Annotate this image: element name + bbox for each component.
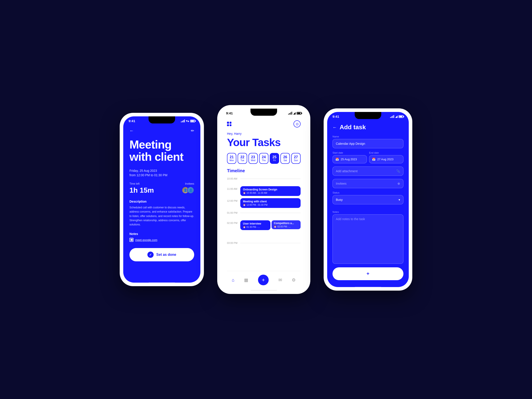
tasks-title: Your Tasks	[227, 136, 301, 149]
nav-calendar-icon[interactable]: ▦	[244, 277, 248, 283]
event-interview-title: User interview	[243, 222, 268, 225]
description-label: Description	[129, 200, 194, 203]
time-left-label: Time left	[129, 182, 154, 185]
center-content: ⊙ Hey, Harry Your Tasks 21 Mon 22 Tue 23…	[221, 117, 307, 288]
battery-icon-center	[297, 112, 301, 115]
description-text: Scheduled call with customer to discuss …	[129, 205, 194, 227]
event-onboarding-title: Onboarding Screen Design	[243, 188, 298, 191]
nav-home-icon[interactable]: ⌂	[232, 278, 234, 283]
cal-day-23[interactable]: 23 Wed	[248, 153, 258, 164]
timeline-row-1200: 12:00 PM Meeting with client ⏰12:00 PM -…	[227, 198, 301, 208]
start-date-group: Start date 📅 25 Aug 2023	[332, 151, 367, 163]
event-competitors[interactable]: Competitors a... ⏰02:00 PM - ...	[272, 220, 301, 229]
cal-day-26[interactable]: 26 Sat	[280, 153, 290, 164]
left-nav-row: ← ✏	[129, 128, 194, 133]
link-icon: ⬜	[129, 238, 133, 242]
event-interview[interactable]: User interview ⏰01:30 PM - ...	[240, 220, 270, 230]
signal-icon-left	[181, 120, 185, 122]
start-date-label: Start date	[332, 151, 367, 154]
status-time-right: 9:41	[332, 115, 339, 118]
nav-settings-icon[interactable]: ⚙	[292, 277, 296, 283]
home-indicator-right	[355, 287, 381, 287]
battery-icon-left	[190, 120, 195, 122]
time-label-0300: 03:00 PM	[227, 240, 240, 244]
notes-label-left: Notes	[129, 232, 194, 236]
time-label-1000: 10:00 AM	[227, 176, 240, 180]
cal-day-22[interactable]: 22 Tue	[238, 153, 247, 164]
invitees-block: Invitees 👤 👤	[182, 182, 194, 194]
time-label-1200: 12:00 PM	[227, 198, 240, 202]
event-onboarding-time: ⏰10:30 AM - 11:30 AM	[243, 192, 298, 194]
status-select[interactable]: Busy ▾	[332, 195, 403, 204]
set-done-label: Set as done	[156, 253, 176, 257]
cal-day-25[interactable]: 25 Fri	[270, 153, 279, 164]
user-profile-icon[interactable]: ⊙	[293, 120, 301, 127]
wifi-icon-center: ◢	[293, 112, 296, 115]
time-label-1100: 11:00 AM	[227, 186, 240, 190]
cal-day-27[interactable]: 27 Sun	[291, 153, 301, 164]
notes-link[interactable]: ⬜ meet.google.com	[129, 238, 194, 242]
notes-textarea[interactable]: Add notes to the task	[332, 214, 403, 264]
check-icon: ✓	[147, 252, 154, 258]
home-indicator-left	[149, 282, 175, 283]
avatars: 👤 👤	[182, 187, 194, 194]
invitees-label-left: Invitees	[182, 182, 194, 185]
start-date-value: 25 Aug 2023	[341, 158, 357, 161]
cal-day-24[interactable]: 24 Thu	[259, 153, 268, 164]
start-date-input[interactable]: 📅 25 Aug 2023	[332, 155, 367, 163]
timeline-row-1100: 11:00 AM Onboarding Screen Design ⏰10:30…	[227, 186, 301, 196]
invitees-row[interactable]: Invitees ⊕	[332, 179, 403, 188]
set-done-button[interactable]: ✓ Set as done	[129, 248, 194, 261]
event-competitors-time: ⏰02:00 PM - ...	[274, 225, 298, 228]
status-time-left: 9:41	[129, 119, 135, 123]
center-phone: 9:41 ◢	[217, 105, 310, 294]
name-input[interactable]	[332, 139, 403, 148]
event-onboarding[interactable]: Onboarding Screen Design ⏰10:30 AM - 11:…	[240, 186, 301, 196]
center-top-nav: ⊙	[227, 120, 301, 127]
edit-icon-left[interactable]: ✏	[191, 128, 194, 133]
add-task-button[interactable]: +	[332, 267, 403, 280]
time-label-0200: 02:00 PM	[227, 220, 240, 224]
add-task-plus-icon: +	[367, 271, 369, 277]
invitees-label-right: Invitees	[336, 182, 347, 185]
add-task-title: Add task	[340, 124, 366, 131]
event-meeting[interactable]: Meeting with client ⏰12:00 PM - 01:30 PM	[240, 198, 301, 208]
signal-icon-center	[288, 112, 292, 115]
nav-mail-icon[interactable]: ✉	[279, 277, 282, 283]
status-icons-center: ◢	[288, 112, 301, 115]
notch-right	[355, 112, 381, 119]
end-date-value: 27 Aug 2023	[377, 158, 393, 161]
status-icons-right: ◢	[390, 115, 403, 118]
status-value: Busy	[336, 198, 343, 202]
timeline: 10:00 AM 11:00 AM Onboarding Screen Desi…	[227, 176, 301, 271]
status-icons-left: ▾▴	[181, 119, 195, 123]
time-invitees-row: Time left 1h 15m Invitees 👤 👤	[129, 182, 194, 194]
end-date-input[interactable]: 📅 27 Aug 2023	[369, 155, 403, 163]
left-phone: 9:41 ▾▴ ← ✏ Meeting with client	[120, 113, 204, 286]
greeting: Hey, Harry	[227, 132, 301, 135]
calendar-icon-start: 📅	[335, 158, 339, 161]
chevron-down-icon: ▾	[399, 198, 400, 202]
back-button-right[interactable]: ←	[332, 125, 337, 130]
back-button-left[interactable]: ←	[129, 128, 134, 133]
status-group: Status Busy ▾	[332, 191, 403, 208]
meeting-date: Friday, 25 Aug 2023	[129, 169, 194, 172]
attachment-row[interactable]: Add attachment 📎	[332, 166, 403, 176]
time-left-block: Time left 1h 15m	[129, 182, 154, 194]
left-content: ← ✏ Meeting with client Friday, 25 Aug 2…	[123, 125, 200, 280]
notes-link-text[interactable]: meet.google.com	[135, 238, 157, 242]
wifi-icon-left: ▾▴	[186, 119, 189, 123]
event-meeting-time: ⏰12:00 PM - 01:30 PM	[243, 204, 298, 206]
timeline-title: Timeline	[227, 168, 301, 173]
grid-icon[interactable]	[227, 122, 231, 126]
event-competitors-title: Competitors a...	[274, 222, 298, 225]
timeline-row-0300: 03:00 PM	[227, 240, 301, 248]
attachment-label: Add attachment	[336, 169, 358, 173]
meeting-time-range: from 12:00 PM to 01:30 PM	[129, 173, 194, 177]
calendar-strip: 21 Mon 22 Tue 23 Wed 24 Thu 25 Fri	[227, 153, 301, 164]
wifi-icon-right: ◢	[395, 115, 398, 118]
nav-add-button[interactable]: +	[258, 275, 269, 285]
end-date-label: End date	[369, 151, 403, 154]
cal-day-21[interactable]: 21 Mon	[227, 153, 236, 164]
timeline-row-1000: 10:00 AM	[227, 176, 301, 184]
